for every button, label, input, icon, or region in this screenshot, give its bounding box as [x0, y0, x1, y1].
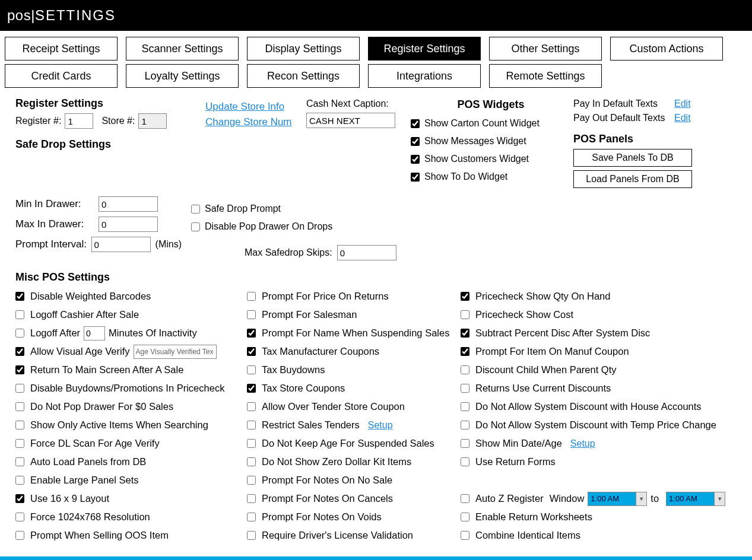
- tab-receipt-settings[interactable]: Receipt Settings: [5, 37, 118, 61]
- tab-credit-cards[interactable]: Credit Cards: [5, 64, 118, 88]
- misc-checkbox[interactable]: [15, 347, 24, 356]
- tab-remote-settings[interactable]: Remote Settings: [489, 64, 602, 88]
- disable-pop-drawer-checkbox[interactable]: [191, 222, 200, 231]
- misc-row-do-not-show-zero-dollar-kit-items: Do Not Show Zero Dollar Kit Items: [247, 453, 461, 471]
- setup-link[interactable]: Setup: [570, 438, 595, 449]
- misc-checkbox[interactable]: [247, 476, 256, 485]
- misc-checkbox[interactable]: [15, 421, 24, 429]
- load-panels-button[interactable]: Load Panels From DB: [573, 170, 692, 188]
- misc-checkbox[interactable]: [15, 494, 24, 503]
- misc-checkbox[interactable]: [15, 476, 24, 485]
- misc-row-require-driver-s-license-validation: Require Driver's License Validation: [247, 526, 461, 545]
- widget-checkbox-show-to-do-widget[interactable]: [411, 173, 420, 182]
- tab-loyalty-settings[interactable]: Loyalty Settings: [126, 64, 239, 88]
- min-drawer-label: Min In Drawer:: [15, 198, 99, 210]
- misc-checkbox[interactable]: [15, 310, 24, 319]
- max-skips-label: Max Safedrop Skips:: [245, 247, 332, 258]
- misc-checkbox[interactable]: [15, 365, 24, 374]
- misc-checkbox[interactable]: [461, 310, 469, 319]
- max-skips-input[interactable]: [337, 245, 396, 260]
- misc-checkbox[interactable]: [247, 421, 256, 429]
- misc-checkbox[interactable]: [247, 513, 256, 521]
- safedrop-prompt-label: Safe Drop Prompt: [205, 203, 281, 214]
- setup-link[interactable]: Setup: [368, 420, 393, 431]
- save-panels-button[interactable]: Save Panels To DB: [573, 149, 692, 167]
- misc-label: Use Return Forms: [475, 456, 556, 467]
- misc-checkbox[interactable]: [247, 365, 256, 374]
- misc-checkbox[interactable]: [247, 531, 256, 540]
- misc-checkbox[interactable]: [247, 347, 256, 356]
- misc-label: Do Not Allow System Discount with House …: [475, 401, 702, 412]
- min-drawer-input[interactable]: [99, 196, 158, 212]
- misc-checkbox[interactable]: [461, 329, 469, 338]
- misc-checkbox[interactable]: [461, 494, 469, 503]
- widget-checkbox-show-messages-widget[interactable]: [411, 137, 420, 146]
- misc-label: Do Not Show Zero Dollar Kit Items: [262, 456, 411, 467]
- misc-checkbox[interactable]: [461, 347, 469, 356]
- window-label: Window: [550, 493, 585, 504]
- tabs-row-1: Receipt SettingsScanner SettingsDisplay …: [5, 37, 747, 61]
- misc-checkbox[interactable]: [247, 457, 256, 466]
- tab-display-settings[interactable]: Display Settings: [247, 37, 360, 61]
- misc-checkbox[interactable]: [461, 457, 469, 466]
- tab-custom-actions[interactable]: Custom Actions: [610, 37, 723, 61]
- misc-column-1: Disable Weighted BarcodesLogoff Cashier …: [15, 287, 247, 545]
- misc-checkbox[interactable]: [461, 292, 469, 301]
- misc-row-discount-child-when-parent-qty: Discount Child When Parent Qty: [461, 361, 740, 379]
- misc-row-return-to-main-screen-after-a-sale: Return To Main Screen After A Sale: [15, 361, 247, 379]
- tab-scanner-settings[interactable]: Scanner Settings: [126, 37, 239, 61]
- misc-checkbox[interactable]: [15, 402, 24, 411]
- misc-label: Prompt When Selling OOS Item: [30, 530, 169, 541]
- misc-checkbox[interactable]: [461, 402, 469, 411]
- misc-label: Prompt For Notes On No Sale: [262, 475, 392, 486]
- widget-checkbox-show-carton-count-widget[interactable]: [411, 119, 420, 128]
- tab-recon-settings[interactable]: Recon Settings: [247, 64, 360, 88]
- safedrop-prompt-checkbox[interactable]: [191, 205, 200, 214]
- misc-checkbox[interactable]: [15, 439, 24, 448]
- payout-texts-label: Pay Out Default Texts: [573, 113, 674, 123]
- misc-checkbox[interactable]: [247, 292, 256, 301]
- age-verify-text-input[interactable]: [134, 345, 217, 359]
- max-drawer-input[interactable]: [99, 217, 158, 232]
- misc-checkbox[interactable]: [247, 384, 256, 393]
- prompt-interval-input[interactable]: [91, 237, 151, 252]
- misc-checkbox[interactable]: [461, 531, 469, 540]
- payout-edit-link[interactable]: Edit: [674, 113, 691, 123]
- misc-checkbox[interactable]: [461, 421, 469, 429]
- misc-checkbox[interactable]: [247, 329, 256, 338]
- misc-label: Returns Use Current Discounts: [475, 383, 611, 394]
- update-store-info-link[interactable]: Update Store Info: [205, 101, 284, 112]
- payin-texts-label: Pay In Default Texts: [573, 98, 674, 109]
- misc-label: Logoff After: [30, 327, 80, 339]
- widget-checkbox-show-customers-widget[interactable]: [411, 155, 420, 164]
- misc-checkbox[interactable]: [247, 494, 256, 503]
- misc-checkbox[interactable]: [15, 531, 24, 540]
- tab-integrations[interactable]: Integrations: [368, 64, 481, 88]
- misc-checkbox[interactable]: [15, 513, 24, 521]
- misc-checkbox[interactable]: [461, 439, 469, 448]
- misc-checkbox[interactable]: [15, 329, 24, 338]
- change-store-num-link[interactable]: Change Store Num: [205, 116, 292, 128]
- misc-checkbox[interactable]: [247, 439, 256, 448]
- misc-checkbox[interactable]: [15, 457, 24, 466]
- logoff-minutes-input[interactable]: [84, 326, 105, 341]
- tab-register-settings[interactable]: Register Settings: [368, 37, 481, 61]
- misc-label: Tax Store Coupons: [262, 383, 345, 394]
- misc-settings-grid: Disable Weighted BarcodesLogoff Cashier …: [15, 287, 740, 545]
- cash-caption-input[interactable]: [306, 113, 395, 128]
- widget-label: Show To Do Widget: [424, 171, 507, 182]
- misc-checkbox[interactable]: [247, 402, 256, 411]
- misc-row-force-1024x768-resolution: Force 1024x768 Resolution: [15, 508, 247, 526]
- register-num-input[interactable]: [65, 113, 93, 129]
- misc-checkbox[interactable]: [247, 310, 256, 319]
- misc-checkbox[interactable]: [15, 292, 24, 301]
- payin-edit-link[interactable]: Edit: [674, 98, 691, 109]
- misc-checkbox[interactable]: [461, 384, 469, 393]
- misc-checkbox[interactable]: [15, 384, 24, 393]
- time-from-dropdown[interactable]: 1:00 AM▼: [588, 492, 647, 506]
- tab-other-settings[interactable]: Other Settings: [489, 37, 602, 61]
- widget-label: Show Customers Widget: [424, 154, 529, 164]
- misc-checkbox[interactable]: [461, 513, 469, 521]
- misc-checkbox[interactable]: [461, 365, 469, 374]
- time-to-dropdown[interactable]: 1:00 AM▼: [666, 492, 725, 506]
